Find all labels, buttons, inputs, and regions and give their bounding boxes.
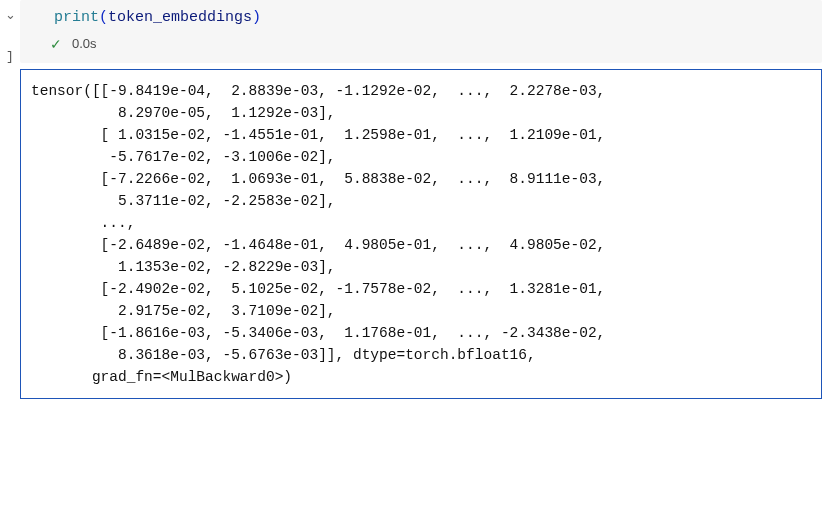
token-close-paren: ) [252,9,261,26]
token-open-paren: ( [99,9,108,26]
cell-output[interactable]: tensor([[-9.8419e-04, 2.8839e-03, -1.129… [20,69,822,399]
token-builtin: print [54,9,99,26]
cell-gutter: ⌄ ] [0,0,20,64]
collapse-chevron-icon[interactable]: ⌄ [5,7,16,22]
code-cell[interactable]: print(token_embeddings) ✓ 0.0s [20,0,822,63]
token-variable: token_embeddings [108,9,252,26]
notebook-cell: ⌄ ] print(token_embeddings) ✓ 0.0s tenso… [0,0,840,399]
cell-execution-order: ] [6,49,14,64]
check-icon: ✓ [50,37,62,51]
code-line[interactable]: print(token_embeddings) [20,2,822,30]
execution-status: ✓ 0.0s [20,30,822,59]
execution-time: 0.0s [72,36,97,51]
